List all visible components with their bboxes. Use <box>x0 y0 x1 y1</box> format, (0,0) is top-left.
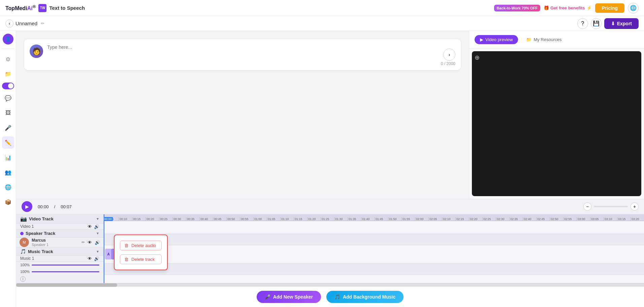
sidebar-item-table[interactable]: 📊 <box>2 151 14 163</box>
timeline-area[interactable]: 00:00 00:05 00:10 00:15 00:20 00:25 00:3… <box>104 214 644 283</box>
user-avatar[interactable]: 👤 <box>3 34 13 44</box>
sidebar-divider-1 <box>2 49 14 49</box>
ruler-mark-12: 01:05 <box>267 217 280 221</box>
marcus-edit-icon[interactable]: ✏ <box>82 240 85 245</box>
marcus-visibility-icon[interactable]: 👁 <box>88 240 92 245</box>
delete-track-trash-icon: 🗑 <box>124 257 129 262</box>
video-tab-label: Video preview <box>485 37 513 42</box>
add-background-music-button[interactable]: 🎵 Add Background Music <box>326 291 404 303</box>
ruler-mark-7: 00:40 <box>199 217 213 221</box>
add-music-label: Add Background Music <box>343 294 395 300</box>
add-new-speaker-button[interactable]: 🎤 Add New Speaker <box>257 291 321 303</box>
music-track-chevron[interactable]: ▼ <box>96 250 99 253</box>
ruler-mark-1: 00:10 <box>119 217 132 221</box>
second-nav: ‹ Unnamed ✏ ? 💾 ⬇ Export <box>0 16 644 31</box>
zoom-out-button[interactable]: − <box>583 203 591 211</box>
back-button[interactable]: ‹ <box>5 20 13 28</box>
marcus-avatar: M <box>20 238 29 247</box>
help-button[interactable]: ? <box>577 18 588 29</box>
sidebar-item-mic[interactable]: 🎤 <box>2 122 14 134</box>
sidebar-item-folder[interactable]: 📁 <box>2 68 14 80</box>
music1-mute-icon[interactable]: 🔊 <box>94 256 99 261</box>
project-name: Unnamed <box>15 21 37 26</box>
delete-audio-menu-item[interactable]: 🗑 Delete audio <box>120 241 162 250</box>
marcus-mute-icon[interactable]: 🔊 <box>95 240 100 245</box>
ruler-mark-16: 01:25 <box>321 217 334 221</box>
editor-input-area: 🧑 0 / 2000 › <box>24 39 461 70</box>
sidebar-item-pen[interactable]: ✏️ <box>2 136 14 149</box>
sidebar-item-image[interactable]: 🖼 <box>2 107 14 119</box>
ruler-marks-container: 00:05 00:10 00:15 00:20 00:25 00:30 00:3… <box>104 217 644 221</box>
ruler-mark-15: 01:20 <box>307 217 321 221</box>
preview-panel: ▶ Video preview 📁 My Resources ⊕ <box>469 31 644 199</box>
sidebar-item-box[interactable]: 📦 <box>2 196 14 208</box>
ruler-mark-23: 02:00 <box>415 217 428 221</box>
promo-banner[interactable]: Back-to-Work 70% OFF <box>494 5 540 11</box>
speaker-avatar-img: 🧑 <box>32 47 41 55</box>
text-input[interactable] <box>47 44 439 65</box>
delete-audio-label: Delete audio <box>131 243 156 248</box>
nav-left: TopMediAi® TW Text to Speech <box>5 4 85 12</box>
context-menu: 🗑 Delete audio 🗑 Delete track <box>114 235 168 270</box>
music1-visibility-icon[interactable]: 👁 <box>88 256 92 261</box>
play-icon: ▶ <box>25 204 29 209</box>
ruler-mark-32: 02:45 <box>536 217 550 221</box>
resources-tab-icon: 📁 <box>526 37 532 42</box>
ruler-mark-17: 01:30 <box>334 217 348 221</box>
marcus-row: M Marcus Speaker 1 ✏ 👁 🔊 <box>16 238 103 247</box>
timeline-scrollbar-thumb[interactable] <box>16 283 117 287</box>
zoom-icon[interactable]: ⊕ <box>475 54 480 61</box>
music-track-header: 🎵 Music Track ▼ <box>16 247 103 256</box>
save-button[interactable]: 💾 <box>591 18 602 29</box>
zoom-in-button[interactable]: + <box>631 203 639 211</box>
timeline-controls: ▶ 00:00 / 00:07 − + <box>16 199 644 214</box>
music1-label: Music 1 <box>20 256 88 261</box>
video1-row: Video 1 👁 🔊 <box>16 224 103 229</box>
speaker-track-label: Speaker Track <box>26 231 96 236</box>
ruler-mark-18: 01:35 <box>348 217 361 221</box>
timeline-scrollbar-container[interactable] <box>16 283 644 286</box>
ruler-mark-14: 01:15 <box>294 217 307 221</box>
pricing-button[interactable]: Pricing <box>595 3 624 13</box>
edit-project-name-icon[interactable]: ✏ <box>41 21 44 26</box>
sidebar-item-globe[interactable]: 🌐 <box>2 181 14 193</box>
volume-bar-1[interactable] <box>32 265 99 266</box>
delete-audio-trash-icon: 🗑 <box>124 243 129 248</box>
speaker-avatar: 🧑 <box>30 44 43 58</box>
sidebar-item-home[interactable]: ⊙ <box>2 53 14 65</box>
breadcrumb: ‹ Unnamed ✏ <box>5 20 44 28</box>
next-arrow-button[interactable]: › <box>443 49 455 61</box>
ruler-mark-21: 01:50 <box>388 217 401 221</box>
ruler-mark-39: 03:20 <box>631 217 644 221</box>
info-icon[interactable]: i <box>20 276 26 282</box>
video-track-chevron[interactable]: ▼ <box>96 217 99 221</box>
ruler-mark-20: 01:45 <box>375 217 388 221</box>
sidebar-item-people[interactable]: 👥 <box>2 166 14 178</box>
zoom-slider[interactable] <box>594 206 628 207</box>
sidebar-item-chat[interactable]: 💬 <box>2 92 14 104</box>
folder-icon: 📁 <box>5 71 11 77</box>
tab-video-preview[interactable]: ▶ Video preview <box>475 35 518 44</box>
video1-visibility-icon[interactable]: 👁 <box>88 224 92 229</box>
delete-track-menu-item[interactable]: 🗑 Delete track <box>120 254 162 264</box>
volume-bar-2[interactable] <box>32 271 99 272</box>
video1-mute-icon[interactable]: 🔊 <box>94 224 99 229</box>
video-track-header: 📷 Video Track ▼ <box>16 214 103 224</box>
ruler-mark-26: 02:15 <box>455 217 469 221</box>
volume-label-1: 100% <box>16 262 103 268</box>
main-layout: 👤 ⊙ 📁 💬 🖼 🎤 ✏️ 📊 👥 🌐 � <box>0 31 644 307</box>
globe-button[interactable]: 🌐 <box>628 3 639 13</box>
ruler-mark-19: 01:40 <box>361 217 375 221</box>
sidebar-toggle[interactable] <box>2 83 14 89</box>
tts-icon: TW <box>38 4 46 12</box>
tab-my-resources[interactable]: 📁 My Resources <box>521 35 567 44</box>
nav2-right: ? 💾 ⬇ Export <box>577 18 639 29</box>
image-icon: 🖼 <box>5 110 11 116</box>
play-button[interactable]: ▶ <box>22 201 32 212</box>
export-button[interactable]: ⬇ Export <box>604 18 639 29</box>
music-note-icon: 🎵 <box>20 249 26 254</box>
audio-block-main[interactable]: A <box>105 249 112 259</box>
ruler-mark-27: 02:20 <box>469 217 482 221</box>
speaker-track-chevron[interactable]: ▼ <box>96 232 99 235</box>
free-benefits-btn[interactable]: 🎁 Get free benefits ⚡ <box>544 5 592 10</box>
